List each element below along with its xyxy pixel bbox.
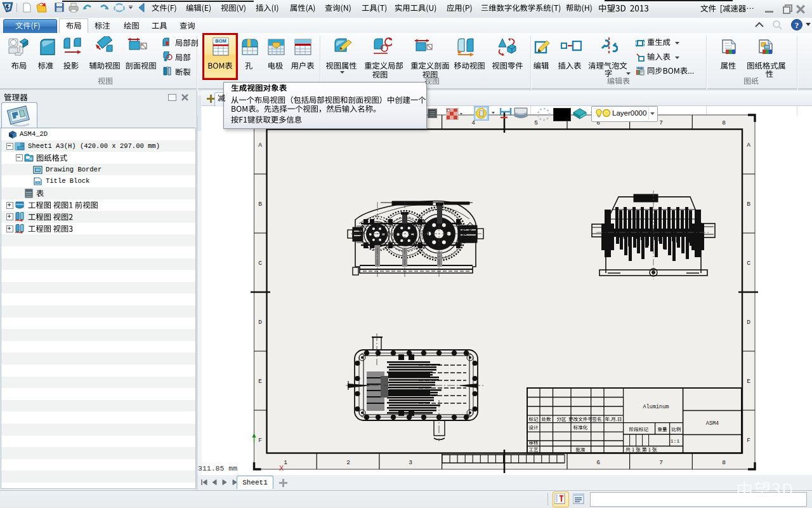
svg-text:8: 8 bbox=[722, 119, 726, 126]
svg-text:A: A bbox=[747, 142, 750, 149]
svg-text:7: 7 bbox=[659, 119, 663, 126]
svg-text:E: E bbox=[258, 378, 262, 385]
svg-text:2: 2 bbox=[346, 459, 350, 466]
svg-text:3: 3 bbox=[409, 459, 412, 466]
svg-text:A: A bbox=[258, 142, 262, 149]
svg-text:D: D bbox=[747, 319, 750, 326]
svg-text:F: F bbox=[258, 437, 262, 444]
svg-text:C: C bbox=[258, 260, 262, 267]
svg-text:?: ? bbox=[795, 20, 799, 30]
svg-text:C: C bbox=[747, 260, 750, 267]
svg-text:1: 1 bbox=[284, 459, 287, 466]
svg-text:6: 6 bbox=[596, 459, 600, 466]
svg-text:B: B bbox=[747, 201, 750, 208]
svg-text:1:1: 1:1 bbox=[671, 438, 680, 444]
svg-text:F: F bbox=[747, 437, 750, 444]
svg-text:X: X bbox=[279, 464, 284, 472]
svg-text:E: E bbox=[747, 378, 750, 385]
svg-text:8: 8 bbox=[722, 459, 726, 466]
svg-text:ASM4: ASM4 bbox=[706, 420, 719, 427]
svg-text:Aluminum: Aluminum bbox=[643, 404, 669, 410]
svg-text:BOM: BOM bbox=[638, 67, 643, 70]
svg-text:7: 7 bbox=[659, 459, 663, 466]
svg-text:D: D bbox=[258, 319, 262, 326]
svg-text:B: B bbox=[258, 201, 262, 208]
svg-text:BOM: BOM bbox=[215, 38, 226, 44]
